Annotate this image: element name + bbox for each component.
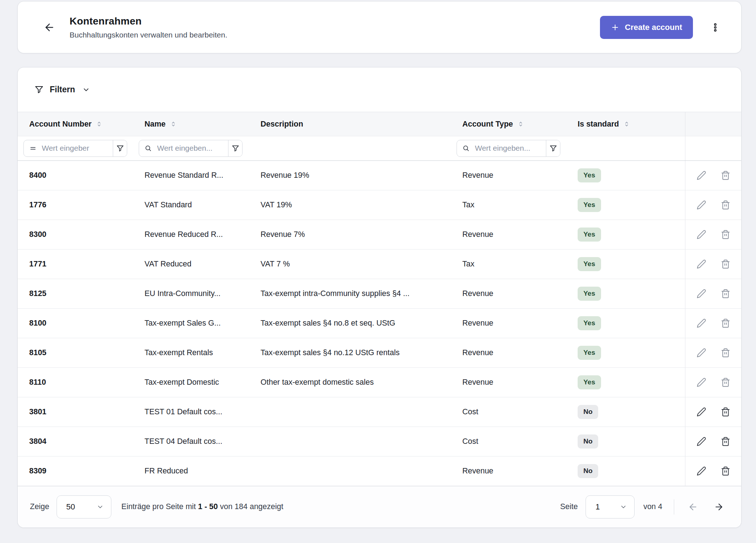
edit-button[interactable]: [695, 346, 708, 359]
cell-description: Revenue 19%: [249, 161, 451, 190]
table-filter-row: [18, 136, 741, 161]
kebab-menu-icon: [711, 23, 720, 32]
account-type-filter-input[interactable]: [475, 140, 546, 156]
page-select[interactable]: 1: [586, 495, 635, 518]
delete-button[interactable]: [719, 258, 732, 270]
delete-button[interactable]: [719, 317, 732, 330]
is-standard-badge: Yes: [578, 257, 601, 271]
is-standard-badge: Yes: [578, 287, 601, 301]
cell-name: Tax-exempt Domestic: [133, 368, 249, 397]
column-header-is-standard[interactable]: Is standard: [566, 112, 685, 136]
arrow-right-icon: [714, 502, 724, 512]
table-row[interactable]: 8400 Revenue Standard R... Revenue 19% R…: [18, 161, 741, 190]
table-row[interactable]: 1771 VAT Reduced VAT 7 % Tax Yes: [18, 250, 741, 279]
table-card: Filtern Account Number Name Des: [17, 67, 742, 528]
filter-cell-account-type: [451, 136, 566, 160]
table-header-row: Account Number Name Description Account …: [18, 112, 741, 136]
funnel-icon: [34, 85, 44, 94]
cell-actions: [685, 220, 741, 249]
create-account-button[interactable]: Create account: [600, 16, 693, 39]
is-standard-badge: Yes: [578, 346, 601, 360]
cell-account-number: 8400: [18, 161, 133, 190]
table-row[interactable]: 8105 Tax-exempt Rentals Tax-exempt sales…: [18, 338, 741, 368]
cell-account-type: Revenue: [451, 279, 566, 308]
page-title: Kontenrahmen: [70, 16, 600, 27]
table-row[interactable]: 8300 Revenue Reduced R... Revenue 7% Rev…: [18, 220, 741, 250]
trash-icon: [721, 171, 730, 180]
cell-actions: [685, 190, 741, 220]
cell-description: Other tax-exempt domestic sales: [249, 368, 451, 397]
cell-is-standard: Yes: [566, 220, 685, 249]
delete-button[interactable]: [719, 406, 732, 418]
divider: [674, 499, 674, 515]
filter-cell-name: [133, 136, 249, 160]
cell-is-standard: No: [566, 427, 685, 456]
delete-button[interactable]: [719, 435, 732, 448]
delete-button[interactable]: [719, 287, 732, 300]
account-number-filter-funnel-button[interactable]: [113, 140, 127, 156]
column-header-account-number[interactable]: Account Number: [18, 112, 133, 136]
is-standard-badge: Yes: [578, 375, 601, 389]
delete-button[interactable]: [719, 346, 732, 359]
cell-account-number: 8300: [18, 220, 133, 249]
name-filter-input[interactable]: [157, 140, 228, 156]
table-row[interactable]: 3801 TEST 01 Default cos... Cost No: [18, 397, 741, 427]
funnel-icon: [116, 144, 124, 153]
total-pages-label: von 4: [643, 502, 662, 511]
column-header-account-type[interactable]: Account Type: [451, 112, 566, 136]
cell-account-type: Tax: [451, 250, 566, 279]
column-header-name[interactable]: Name: [133, 112, 249, 136]
back-button[interactable]: [41, 19, 57, 35]
edit-button[interactable]: [695, 258, 708, 270]
trash-icon: [721, 200, 730, 210]
is-standard-badge: No: [578, 434, 598, 449]
delete-button[interactable]: [719, 465, 732, 477]
account-type-filter-funnel-button[interactable]: [546, 140, 560, 156]
edit-button[interactable]: [695, 287, 708, 300]
delete-button[interactable]: [719, 199, 732, 211]
chevron-down-icon: [97, 503, 104, 511]
page-size-select[interactable]: 50: [57, 495, 111, 518]
edit-button[interactable]: [695, 465, 708, 477]
edit-button[interactable]: [695, 317, 708, 330]
previous-page-button[interactable]: [685, 499, 701, 515]
more-options-button[interactable]: [707, 19, 724, 36]
trash-icon: [721, 407, 730, 417]
delete-button[interactable]: [719, 228, 732, 241]
cell-account-number: 8105: [18, 338, 133, 367]
equals-icon: [24, 140, 42, 156]
cell-name: EU Intra-Community...: [133, 279, 249, 308]
delete-button[interactable]: [719, 376, 732, 389]
table-row[interactable]: 8100 Tax-exempt Sales G... Tax-exempt sa…: [18, 309, 741, 338]
filter-cell-is-standard: [566, 136, 685, 160]
pencil-icon: [697, 289, 706, 299]
trash-icon: [721, 378, 730, 387]
edit-button[interactable]: [695, 406, 708, 418]
edit-button[interactable]: [695, 199, 708, 211]
next-page-button[interactable]: [711, 499, 727, 515]
entries-prefix: Einträge pro Seite mit: [121, 502, 198, 511]
edit-button[interactable]: [695, 169, 708, 182]
funnel-icon: [231, 144, 240, 153]
page: Kontenrahmen Buchhaltungskonten verwalte…: [0, 0, 756, 543]
edit-button[interactable]: [695, 435, 708, 448]
filter-toggle-button[interactable]: Filtern: [34, 85, 90, 94]
edit-button[interactable]: [695, 228, 708, 241]
table-row[interactable]: 3804 TEST 04 Default cos... Cost No: [18, 427, 741, 456]
is-standard-badge: No: [578, 405, 598, 419]
delete-button[interactable]: [719, 169, 732, 182]
table-row[interactable]: 8110 Tax-exempt Domestic Other tax-exemp…: [18, 368, 741, 397]
cell-description: Tax-exempt sales §4 no.12 UStG rentals: [249, 338, 451, 367]
arrow-left-icon: [688, 502, 698, 512]
is-standard-badge: Yes: [578, 168, 601, 182]
account-number-filter-input[interactable]: [42, 140, 113, 156]
cell-name: Revenue Standard R...: [133, 161, 249, 190]
cell-account-type: Revenue: [451, 368, 566, 397]
cell-is-standard: No: [566, 397, 685, 427]
table-row[interactable]: 8309 FR Reduced Revenue No: [18, 456, 741, 486]
table-row[interactable]: 8125 EU Intra-Community... Tax-exempt in…: [18, 279, 741, 309]
table-row[interactable]: 1776 VAT Standard VAT 19% Tax Yes: [18, 190, 741, 220]
name-filter-funnel-button[interactable]: [228, 140, 242, 156]
cell-actions: [685, 397, 741, 427]
edit-button[interactable]: [695, 376, 708, 389]
